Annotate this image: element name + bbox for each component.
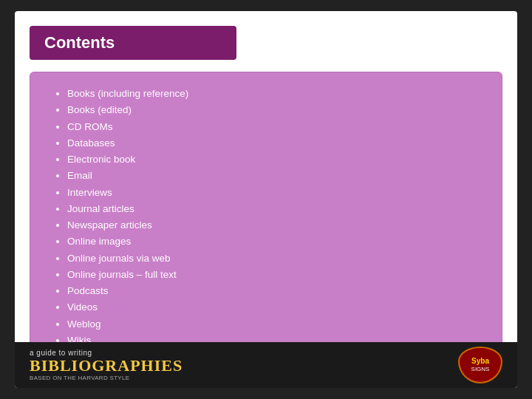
list-item: CD ROMs <box>67 119 487 135</box>
list-item: Journal articles <box>67 201 487 217</box>
slide: Contents Books (including reference)Book… <box>0 0 532 399</box>
list-item: Databases <box>67 135 487 151</box>
content-list: Books (including reference)Books (edited… <box>52 86 487 366</box>
list-item: Videos <box>67 299 487 316</box>
list-item: Online images <box>67 233 487 250</box>
list-item: Weblog <box>67 316 487 332</box>
title-bar: Contents <box>30 26 236 60</box>
list-item: Interviews <box>67 185 487 201</box>
list-item: Newspaper articles <box>67 217 487 233</box>
slide-content: Contents Books (including reference)Book… <box>15 11 517 388</box>
syba-logo: Syba SIGNS <box>458 347 502 383</box>
list-item: Electronic book <box>67 151 487 168</box>
footer-left: a guide to writing BIBLIOGRAPHIES BASED … <box>30 349 183 381</box>
list-item: Online journals via web <box>67 250 487 267</box>
content-list-box: Books (including reference)Books (edited… <box>30 72 502 380</box>
biblio-text: BIBLIOGRAPHIES <box>30 357 183 375</box>
syba-logo-text: Syba SIGNS <box>471 357 490 373</box>
bottom-bar: a guide to writing BIBLIOGRAPHIES BASED … <box>15 342 517 388</box>
harvard-text: BASED ON THE HARVARD STYLE <box>30 375 129 381</box>
list-item: Books (edited) <box>67 102 487 118</box>
list-item: Email <box>67 168 487 184</box>
list-item: Books (including reference) <box>67 86 487 102</box>
list-item: Online journals – full text <box>67 267 487 283</box>
slide-title: Contents <box>44 33 222 52</box>
list-item: Podcasts <box>67 283 487 299</box>
